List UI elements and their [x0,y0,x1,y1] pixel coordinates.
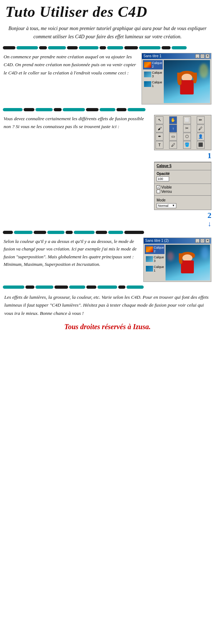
ps-layer-2[interactable]: Calque 2 [143,60,163,69]
ps-layer-1b[interactable]: Calque 1 [145,264,164,273]
light-effect-3 [167,252,174,261]
char-silhouette-2 [179,252,197,280]
ps-layer-3[interactable]: Calque 3 [143,70,163,79]
divider-4 [0,284,215,291]
tool-hand[interactable]: ✋ [169,116,177,124]
ps-maximize-btn[interactable]: □ [200,54,205,58]
ps-titlebar-btns: _ □ ✕ [195,54,210,58]
section-3-text: Selon la couleur qu'il y a au dessus et … [4,238,140,268]
divider-1 [0,44,215,51]
layer-thumb-3b [146,256,153,262]
divider-pill-dark [86,108,99,111]
divider-pill-dark [24,108,34,111]
ps-tools-section: ↖ ✋ ⬜ ✏ 🖌 ↑ ✂ 🖊 ✒ ▭ ⬡ 👤 T 🖊 🪣 ⬛ 1 [154,115,211,227]
mode-select-row: Normal ▼ [157,203,209,208]
divider-2 [0,106,215,113]
divider-pill-dark [67,46,78,49]
ps-body-2: Calque 2 Calque 3 Calque 1 [144,244,211,282]
annotation-2-container: 2 ↓ [154,211,211,227]
ps-tools-grid: ↖ ✋ ⬜ ✏ 🖌 ↑ ✂ 🖊 ✒ ▭ ⬡ 👤 T 🖊 🪣 ⬛ [154,115,211,150]
annotation-1-container: 1 [154,151,211,160]
mode-label: Mode [157,198,166,202]
layer-2b-label: Calque 2 [154,246,164,253]
lock-checkbox[interactable] [157,190,160,193]
visible-section: ✓ Visible Verrou [154,184,211,195]
divider-pill-dark [25,286,34,289]
divider-3 [0,229,215,236]
lock-label: Verrou [161,190,172,194]
ps-layer-3b[interactable]: Calque 3 [145,254,164,264]
divider-pill-teal [128,108,145,111]
tool-select[interactable]: ↖ [156,116,163,124]
mode-value: Normal [158,204,168,208]
tool-text[interactable]: T [156,141,163,149]
divider-pill-teal [108,231,123,234]
tool-crop[interactable]: ⬜ [183,116,191,124]
opacity-section: Opacité [154,170,211,184]
footer-copyright: Tous droites réservés à Izusa. [4,321,211,333]
ps-minimize-btn[interactable]: _ [195,54,200,58]
ps-layer-props-panel: Calque 5 Opacité ✓ Visible Verrou [154,162,211,210]
layer-name-label: Calque 5 [157,164,209,168]
ps-titlebar-2: Sans titre 1 (2) _ □ ✕ [144,238,211,244]
divider-pill-dark [162,46,171,49]
visible-label: Visible [161,185,172,189]
intro-section: Bonjour à tous, me voici pour mon premie… [0,22,215,44]
ps-close-btn-2[interactable]: ✕ [205,239,210,243]
section-1-image: Sans titre 1 _ □ ✕ Calque 2 Calque 3 [142,53,211,104]
ps-title-1: Sans titre 1 [143,54,162,58]
ps-canvas-2 [166,245,210,280]
divider-pill-dark [96,231,107,234]
ps-title-2: Sans titre 1 (2) [145,239,169,243]
divider-pill-teal [16,46,38,49]
ps-minimize-btn-2[interactable]: _ [195,239,200,243]
tool-arrow[interactable]: ↑ [169,125,177,132]
char-body [180,80,194,94]
layer-3-label: Calque 3 [152,71,162,78]
tool-pen2[interactable]: 🖊 [197,125,205,132]
opacity-input-row [157,176,209,181]
visible-row: ✓ Visible [157,185,209,189]
tool-bucket[interactable]: 🪣 [183,141,191,149]
ps-window-2: Sans titre 1 (2) _ □ ✕ Calque 2 Calque 3 [143,238,211,282]
divider-pill-dark [54,286,68,289]
tool-brush[interactable]: 🖌 [156,125,163,132]
mode-select[interactable]: Normal ▼ [157,203,176,208]
section-4: Les effets de lumières, la grosseur, la … [0,291,215,338]
tool-pencil[interactable]: ✒ [156,133,163,141]
divider-pill-teal [79,46,99,49]
divider-pill-dark [3,46,15,49]
divider-pill-dark [54,108,62,111]
light-effect-2 [201,247,209,259]
tool-rect[interactable]: ⬛ [197,141,205,149]
ps-layer-2b[interactable]: Calque 2 [145,245,164,254]
section-3: Selon la couleur qu'il y a au dessus et … [0,236,215,284]
tool-user[interactable]: 👤 [197,133,205,141]
char-hair-strand-2 [179,253,182,264]
ps-close-btn[interactable]: ✕ [205,54,210,58]
char-hair-strand [177,73,181,85]
divider-pill-teal [47,231,64,234]
divider-pill-teal [3,108,23,111]
tool-eraser[interactable]: ▭ [169,133,177,141]
divider-pill-teal [107,46,123,49]
layer-3b-label: Calque 3 [154,255,164,263]
char-hair-strand-right [193,73,197,83]
tool-path[interactable]: 🖊 [169,141,177,149]
tool-pen[interactable]: ✏ [197,116,205,124]
divider-pill-teal [3,286,24,289]
divider-pill-teal [97,286,117,289]
layer-1-label: Calque 1 [152,80,162,88]
annotation-number-2: 2 [207,211,211,220]
annotation-number-1: 1 [207,151,211,160]
divider-pill-dark [124,231,144,234]
mode-dropdown-arrow[interactable]: ▼ [172,204,175,207]
tool-scissors[interactable]: ✂ [183,125,191,132]
opacity-input[interactable] [157,176,169,181]
ps-maximize-btn-2[interactable]: □ [200,239,205,243]
divider-pill-teal [139,46,161,49]
ps-layer-1[interactable]: Calque 1 [143,79,163,89]
ps-titlebar-btns-2: _ □ ✕ [195,239,210,243]
visible-checkbox[interactable]: ✓ [157,185,160,189]
tool-shape[interactable]: ⬡ [183,133,191,141]
